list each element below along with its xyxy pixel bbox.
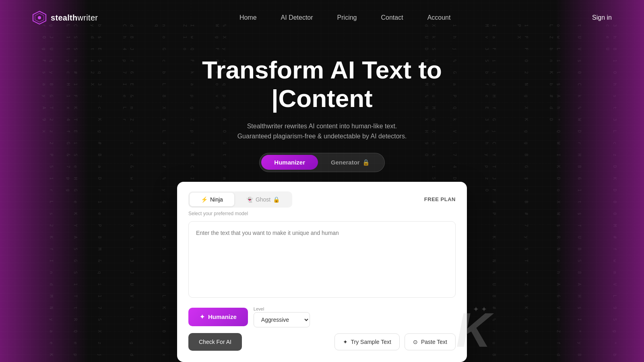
watermark-dots: ✦ ✦ [473,305,487,314]
logo-icon [32,10,47,25]
hero-title: Transform AI Text to |Content [202,56,442,113]
model-tabs: ⚡ Ninja 👻 Ghost 🔒 [188,191,292,208]
navbar: stealthwriter Home AI Detector Pricing C… [0,0,644,35]
model-hint: Select your preferred model [188,211,456,216]
generator-mode-button[interactable]: Generator 🔒 [318,155,383,170]
bottom-row: Check For AI ✦ Try Sample Text ⊙ Paste T… [188,333,456,351]
nav-links: Home AI Detector Pricing Contact Account [239,14,451,21]
level-select[interactable]: Aggressive Normal Light [254,312,310,327]
hero-section: Transform AI Text to |Content Stealthwri… [0,35,644,362]
humanize-button[interactable]: ✦ Humanize [188,308,248,326]
check-ai-button[interactable]: Check For AI [188,333,242,351]
nav-pricing[interactable]: Pricing [337,14,357,21]
action-row: ✦ Humanize Level Aggressive Normal Light [188,306,456,327]
logo[interactable]: stealthwriter [32,10,98,25]
nav-account[interactable]: Account [427,14,451,21]
generator-lock-icon: 🔒 [362,159,370,166]
watermark-k: K [456,306,491,354]
mode-toggle: Humanizer Generator 🔒 [259,153,384,172]
ghost-icon: 👻 [246,196,253,203]
level-label: Level [254,306,310,311]
try-sample-button[interactable]: ✦ Try Sample Text [334,333,400,350]
free-plan-badge: FREE PLAN [424,196,456,202]
sample-icon: ✦ [343,339,348,345]
logo-text: stealthwriter [51,13,98,23]
right-buttons: ✦ Try Sample Text ⊙ Paste Text [334,333,456,350]
ninja-tab[interactable]: ⚡ Ninja [190,193,234,206]
ghost-tab[interactable]: 👻 Ghost 🔒 [235,193,291,206]
humanizer-mode-button[interactable]: Humanizer [261,155,318,170]
ninja-icon: ⚡ [201,196,208,203]
main-card: ⚡ Ninja 👻 Ghost 🔒 FREE PLAN Select your … [177,182,467,362]
paste-icon: ⊙ [413,339,418,345]
nav-contact[interactable]: Contact [381,14,403,21]
nav-home[interactable]: Home [239,14,257,21]
level-wrapper: Level Aggressive Normal Light [254,306,310,327]
nav-ai-detector[interactable]: AI Detector [281,14,313,21]
signin-button[interactable]: Sign in [592,14,612,21]
card-header: ⚡ Ninja 👻 Ghost 🔒 FREE PLAN [188,191,456,208]
hero-subtitle: Stealthwriter rewrites AI content into h… [237,121,407,142]
humanize-text-input[interactable] [188,221,456,298]
svg-point-2 [38,16,41,19]
ghost-lock-icon: 🔒 [273,196,280,203]
humanize-icon: ✦ [200,313,205,321]
paste-text-button[interactable]: ⊙ Paste Text [405,333,456,350]
